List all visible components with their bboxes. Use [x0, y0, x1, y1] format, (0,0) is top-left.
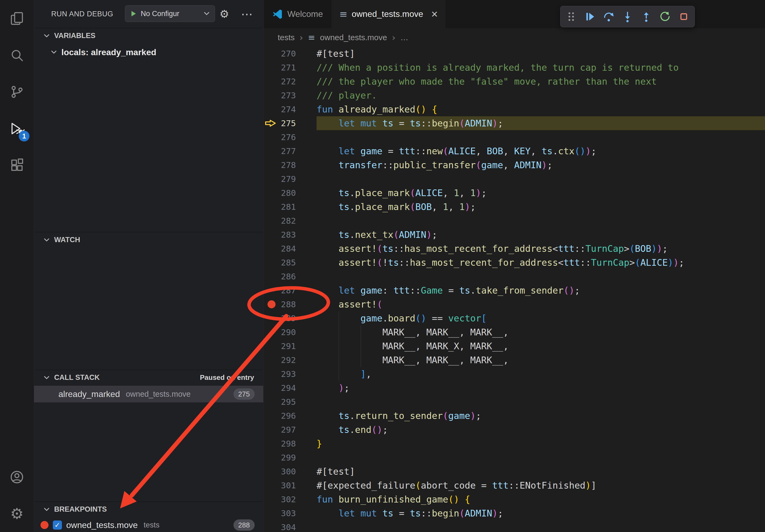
code-text[interactable]: MARK__, MARK__, MARK__,	[317, 325, 765, 339]
tab-welcome[interactable]: Welcome	[264, 0, 331, 28]
breadcrumb-item-tests[interactable]: tests	[278, 33, 295, 42]
code-text[interactable]	[317, 450, 765, 464]
gutter-cell[interactable]: 282	[264, 214, 317, 228]
gutter-cell[interactable]: 300	[264, 464, 317, 478]
code-text[interactable]: );	[317, 381, 765, 395]
code-text[interactable]: /// When a position is already marked, t…	[317, 61, 765, 75]
toolbar-drag-handle[interactable]	[564, 10, 578, 24]
code-text[interactable]: game.board() == vector[	[317, 311, 765, 325]
explorer-button[interactable]	[0, 0, 34, 37]
code-text[interactable]: /// the player who made the "false" move…	[317, 75, 765, 89]
code-text[interactable]: transfer::public_transfer(game, ADMIN);	[317, 158, 765, 172]
code-text[interactable]: assert!(!ts::has_most_recent_for_address…	[317, 256, 765, 269]
settings-button[interactable]: ⚙	[0, 495, 34, 532]
gutter-cell[interactable]: 285	[264, 256, 317, 269]
code-text[interactable]	[317, 130, 765, 144]
code-text[interactable]: ts.place_mark(BOB, 1, 1);	[317, 200, 765, 214]
step-out-button[interactable]	[639, 10, 653, 24]
gutter-cell[interactable]: 278	[264, 158, 317, 172]
variables-scope-row[interactable]: locals: already_marked	[34, 45, 263, 60]
gutter-cell[interactable]: 289	[264, 311, 317, 325]
breakpoints-section-header[interactable]: BREAKPOINTS	[34, 501, 263, 517]
gutter-cell[interactable]: 287	[264, 283, 317, 297]
more-actions-button[interactable]: ⋯	[241, 0, 253, 28]
code-text[interactable]: MARK__, MARK__, MARK__,	[317, 353, 765, 367]
code-text[interactable]: fun burn_unfinished_game() {	[317, 492, 765, 506]
gutter-cell[interactable]: 272	[264, 75, 317, 89]
gutter-cell[interactable]: 304	[264, 520, 317, 532]
code-text[interactable]	[317, 214, 765, 228]
gutter-cell[interactable]: 293	[264, 367, 317, 381]
code-text[interactable]: let mut ts = ts::begin(ADMIN);	[317, 506, 765, 520]
code-text[interactable]: /// player.	[317, 89, 765, 102]
code-text[interactable]: assert!(	[317, 297, 765, 311]
code-text[interactable]: assert!(ts::has_most_recent_for_address<…	[317, 242, 765, 256]
gutter-cell[interactable]: 273	[264, 89, 317, 102]
gutter-cell[interactable]: 280	[264, 186, 317, 200]
gutter-cell[interactable]: 279	[264, 172, 317, 186]
code-text[interactable]: let game: ttt::Game = ts.take_from_sende…	[317, 283, 765, 297]
code-text[interactable]: ts.next_tx(ADMIN);	[317, 228, 765, 242]
gutter-cell[interactable]: 288	[264, 297, 317, 311]
gutter-cell[interactable]: 302	[264, 492, 317, 506]
code-text[interactable]: let mut ts = ts::begin(ADMIN);	[317, 116, 765, 130]
gutter-cell[interactable]: 270	[264, 47, 317, 61]
account-button[interactable]	[0, 459, 34, 495]
gutter-cell[interactable]: 294	[264, 381, 317, 395]
gutter-cell[interactable]: 295	[264, 395, 317, 409]
stop-button[interactable]	[677, 10, 691, 24]
gutter-cell[interactable]: 286	[264, 269, 317, 283]
gutter-cell[interactable]: 299	[264, 450, 317, 464]
code-text[interactable]: #[expected_failure(abort_code = ttt::ENo…	[317, 478, 765, 492]
gutter-cell[interactable]: 275	[264, 116, 317, 130]
gutter-cell[interactable]: 301	[264, 478, 317, 492]
variables-section-header[interactable]: VARIABLES	[34, 28, 263, 43]
gutter-cell[interactable]: 298	[264, 437, 317, 450]
gutter-cell[interactable]: 274	[264, 102, 317, 116]
step-over-button[interactable]	[602, 10, 616, 24]
run-and-debug-button[interactable]: 1	[0, 110, 34, 147]
code-text[interactable]: #[test]	[317, 47, 765, 61]
gutter-cell[interactable]: 291	[264, 339, 317, 353]
gutter-cell[interactable]: 271	[264, 61, 317, 75]
gutter-cell[interactable]: 303	[264, 506, 317, 520]
search-button[interactable]	[0, 37, 34, 73]
code-text[interactable]	[317, 520, 765, 532]
code-text[interactable]: let game = ttt::new(ALICE, BOB, KEY, ts.…	[317, 144, 765, 158]
code-text[interactable]: ],	[317, 367, 765, 381]
gutter-cell[interactable]: 276	[264, 130, 317, 144]
call-stack-frame-row[interactable]: already_marked owned_tests.move 275	[34, 386, 263, 402]
gutter-cell[interactable]: 296	[264, 409, 317, 423]
source-control-button[interactable]	[0, 73, 34, 110]
code-text[interactable]: MARK__, MARK_X, MARK__,	[317, 339, 765, 353]
breakpoint-dot-icon[interactable]	[268, 300, 276, 308]
breakpoint-row[interactable]: ✓ owned_tests.move tests 288	[34, 518, 263, 532]
gutter-cell[interactable]: 281	[264, 200, 317, 214]
breakpoint-checkbox[interactable]: ✓	[53, 520, 62, 530]
gutter-cell[interactable]: 283	[264, 228, 317, 242]
code-text[interactable]: ts.return_to_sender(game);	[317, 409, 765, 423]
code-text[interactable]: }	[317, 437, 765, 450]
gutter-cell[interactable]: 297	[264, 423, 317, 437]
code-text[interactable]	[317, 395, 765, 409]
gutter-cell[interactable]: 277	[264, 144, 317, 158]
watch-section-header[interactable]: WATCH	[34, 232, 263, 247]
close-icon[interactable]: ×	[431, 9, 438, 20]
gutter-cell[interactable]: 284	[264, 242, 317, 256]
restart-button[interactable]	[658, 10, 672, 24]
code-text[interactable]: ts.place_mark(ALICE, 1, 1);	[317, 186, 765, 200]
tab-owned-tests-move[interactable]: ≡ owned_tests.move ×	[331, 0, 446, 28]
breadcrumb-item-file[interactable]: owned_tests.move	[320, 33, 387, 42]
code-text[interactable]: #[test]	[317, 464, 765, 478]
code-text[interactable]: fun already_marked() {	[317, 102, 765, 116]
call-stack-section-header[interactable]: CALL STACK Paused on entry	[34, 370, 263, 385]
continue-button[interactable]	[583, 10, 597, 24]
extensions-button[interactable]	[0, 147, 34, 183]
step-into-button[interactable]	[620, 10, 634, 24]
breadcrumb-item-more[interactable]: …	[400, 33, 408, 42]
code-text[interactable]: ts.end();	[317, 423, 765, 437]
code-text[interactable]	[317, 172, 765, 186]
gutter-cell[interactable]: 290	[264, 325, 317, 339]
gutter-cell[interactable]: 292	[264, 353, 317, 367]
code-text[interactable]	[317, 269, 765, 283]
